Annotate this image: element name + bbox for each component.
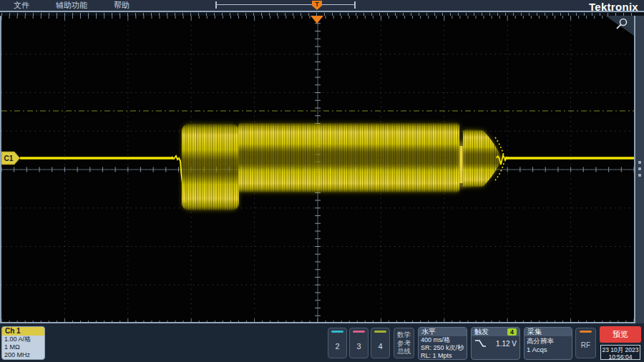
ch4-button[interactable]: 4 [371, 328, 390, 358]
sample-rate: SR: 250 k次/秒 [419, 344, 467, 352]
svg-text:C1: C1 [4, 155, 14, 162]
rf-button[interactable]: RF [575, 328, 596, 358]
date-text: 23 10月 2023 [601, 346, 640, 353]
drawer-handle[interactable] [638, 161, 641, 164]
drawer-handle[interactable] [638, 174, 641, 177]
menu-help[interactable]: 帮助 [114, 0, 130, 11]
time-text: 10:56:04 [601, 353, 640, 361]
rf-color-stripe [580, 331, 592, 333]
settings-bar: Ch 1 1.00 A/格 1 MΩ 200 MHz 2 3 4 数学 参考 总… [0, 323, 644, 362]
menu-bar: 文件 辅助功能 帮助 T Tektronix [0, 0, 644, 11]
oscilloscope-screen: 文件 辅助功能 帮助 T Tektronix C1 Ch 1 1.00 A/格 … [0, 0, 644, 362]
trigger-badge[interactable]: 触发 4 1.12 V [471, 327, 520, 360]
ch3-button[interactable]: 3 [349, 328, 369, 358]
ref-label: 参考 [394, 339, 414, 348]
menu-utility[interactable]: 辅助功能 [56, 0, 87, 11]
bus-label: 总线 [394, 347, 414, 356]
trigger-source-badge: 4 [507, 328, 517, 336]
ch3-label: 3 [350, 342, 368, 351]
c1-channel-marker[interactable]: C1 [1, 152, 20, 165]
ch1-badge-title: Ch 1 [2, 327, 44, 336]
ch4-label: 4 [371, 342, 389, 351]
ch1-waveform [20, 123, 634, 210]
horizontal-badge[interactable]: 水平 400 ms/格 SR: 250 k次/秒 RL: 1 Mpts [418, 327, 467, 360]
menu-file[interactable]: 文件 [14, 0, 29, 11]
ch1-badge[interactable]: Ch 1 1.00 A/格 1 MΩ 200 MHz [1, 326, 45, 360]
math-label: 数学 [394, 331, 414, 339]
ch2-label: 2 [328, 342, 346, 351]
waveform-display[interactable]: C1 [0, 16, 635, 323]
horizontal-title: 水平 [419, 328, 467, 336]
timebase: 400 ms/格 [419, 336, 467, 344]
acquisition-title: 采集 [525, 328, 572, 336]
acq-mode: 高分辨率 [525, 336, 572, 345]
record-view-ruler [215, 1, 356, 9]
time-ruler [0, 11, 644, 16]
rf-label: RF [576, 341, 595, 349]
trigger-position-marker[interactable] [311, 16, 323, 24]
zoom-icon[interactable] [605, 16, 634, 36]
record-length: RL: 1 Mpts [419, 352, 467, 360]
ch1-impedance: 1 MΩ [2, 343, 44, 351]
acq-count: 1 Acqs [525, 345, 572, 353]
ch1-scale: 1.00 A/格 [2, 336, 44, 343]
ch2-color-stripe [331, 331, 343, 333]
ch2-button[interactable]: 2 [328, 328, 347, 358]
ch4-color-stripe [374, 331, 386, 333]
waveform-svg[interactable]: C1 [1, 16, 634, 323]
ch3-color-stripe [353, 331, 365, 333]
ch1-bandwidth: 200 MHz [2, 351, 44, 359]
trigger-level: 1.12 V [496, 340, 517, 348]
acquisition-badge[interactable]: 采集 高分辨率 1 Acqs [524, 327, 572, 360]
drawer-handle[interactable] [638, 167, 641, 170]
trigger-title: 触发 [474, 328, 489, 336]
trigger-position-flag[interactable]: T [312, 1, 322, 10]
falling-edge-icon [474, 339, 487, 348]
math-ref-bus-button[interactable]: 数学 参考 总线 [394, 328, 414, 358]
right-drawer-strip [635, 16, 644, 323]
datetime-box: 23 10月 2023 10:56:04 [600, 345, 640, 360]
preview-button[interactable]: 预览 [600, 326, 641, 343]
